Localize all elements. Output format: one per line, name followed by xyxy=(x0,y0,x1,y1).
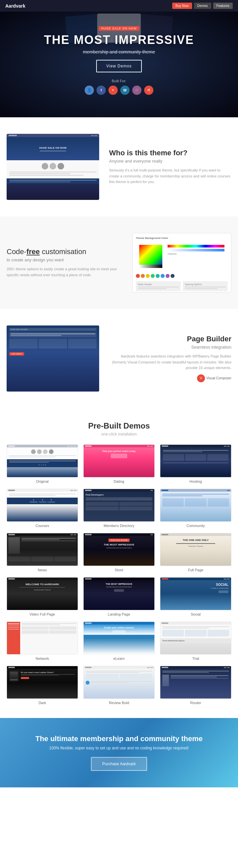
mini-logo xyxy=(161,622,168,624)
demo-item-social[interactable]: SOCIAL Create a community Social xyxy=(160,577,231,616)
code-suffix: customisation xyxy=(40,247,86,256)
demo-name-store: Store xyxy=(83,568,155,572)
demo-item-network[interactable]: Network xyxy=(7,621,78,660)
vc-logo-text: V xyxy=(200,376,202,380)
sale-badge: HUGE SALE ON NOW xyxy=(98,26,140,31)
mini-items xyxy=(70,490,77,491)
purchase-button[interactable]: Purchase Aardvark xyxy=(91,757,147,771)
mini-nav xyxy=(84,578,154,580)
mini-items xyxy=(224,446,230,447)
demo-thumb-reviewbold xyxy=(83,666,155,699)
mini-logo xyxy=(8,534,15,535)
mini-items xyxy=(147,446,153,447)
mini-item xyxy=(147,667,150,668)
mini-item xyxy=(224,579,227,580)
demo-item-dating[interactable]: Find your perfect match today Dating xyxy=(83,444,155,484)
code-description: 200+ theme options to easily create a gr… xyxy=(7,266,122,278)
demo-item-community[interactable]: Community xyxy=(160,489,231,528)
demo-item-members[interactable]: Find Developers Members Directory xyxy=(83,489,155,528)
demo-item-fullpage[interactable]: THE ONE AND ONLY Premium Theme Full Page xyxy=(160,533,231,572)
mini-items xyxy=(67,446,77,447)
mini-logo xyxy=(85,534,92,535)
pb-screenshot: HUGE SALE ON NOW VIEW DEMOS xyxy=(7,326,99,392)
demo-item-trial[interactable]: Theme Membership Options Trial xyxy=(160,621,231,660)
mini-logo xyxy=(85,667,92,668)
mini-nav xyxy=(7,489,78,492)
code-free-section: Code-free customisation to create any de… xyxy=(0,216,238,309)
buy-now-button[interactable]: Buy Now xyxy=(172,3,192,9)
mini-nav xyxy=(160,533,231,536)
site-logo: Aardvark xyxy=(5,3,26,8)
code-free-word: free xyxy=(26,247,40,256)
demo-thumb-store: HUGE SALE ON NOW THE MOST IMPRESSIVE mem… xyxy=(83,533,155,566)
vc-label: Visual Composer xyxy=(206,376,231,380)
mini-item xyxy=(227,667,230,668)
demo-item-news[interactable]: News xyxy=(7,533,78,572)
demo-name-elearn: eLearn xyxy=(83,656,155,660)
demo-item-landing[interactable]: THE MOST IMPRESSIVE membership and commu… xyxy=(83,577,155,616)
mini-nav xyxy=(160,445,231,447)
rt-icon: rt xyxy=(144,86,153,95)
demo-name-courses: Courses xyxy=(7,524,78,528)
built-for-icons: 👤 f K W 🛒 rt xyxy=(7,86,231,95)
demo-item-dark[interactable]: Do you need a new Leather Glove? Dark xyxy=(7,666,78,705)
built-for-section: Built For: 👤 f K W 🛒 rt xyxy=(7,79,231,95)
demo-name-social: Social xyxy=(160,612,231,616)
demo-name-landing: Landing Page xyxy=(83,612,155,616)
pb-text: Page Builder Seamless integration Aardva… xyxy=(109,335,231,382)
view-demos-button[interactable]: View Demos xyxy=(96,60,142,72)
mini-item xyxy=(74,446,77,447)
demo-item-router[interactable]: Router xyxy=(160,666,231,705)
demo-name-dating: Dating xyxy=(83,479,155,484)
demos-button[interactable]: Demos xyxy=(194,3,211,9)
mini-item xyxy=(150,534,153,535)
mini-nav xyxy=(7,666,78,669)
built-for-label: Built For: xyxy=(112,79,126,83)
mini-logo xyxy=(161,534,168,535)
demo-name-original: Original xyxy=(7,479,78,484)
hero-section: HUGE SALE ON NOW THE MOST IMPRESSIVE mem… xyxy=(0,11,238,117)
who-screenshot-inner: HUGE SALE ON NOW xyxy=(7,134,99,200)
code-free-text: Code-free customisation to create any de… xyxy=(7,247,122,278)
buddypress-icon: 👤 xyxy=(85,86,94,95)
mini-items xyxy=(227,490,230,491)
mini-logo xyxy=(8,667,15,668)
demo-item-store[interactable]: HUGE SALE ON NOW THE MOST IMPRESSIVE mem… xyxy=(83,533,155,572)
demo-item-videofull[interactable]: WELCOME TO AARDVARK Community Theme Vide… xyxy=(7,577,78,616)
wordpress-icon: W xyxy=(120,86,129,95)
demo-item-original[interactable]: 0 1 2 3 Original xyxy=(7,444,78,484)
demo-name-members: Members Directory xyxy=(83,524,155,528)
demo-item-reviewbold[interactable]: Review Bold xyxy=(83,666,155,705)
demos-subtitle: one-click installation xyxy=(7,432,231,436)
mini-nav xyxy=(84,533,154,536)
mini-nav xyxy=(160,666,231,669)
mini-item xyxy=(227,579,230,580)
mini-item xyxy=(224,667,227,668)
features-button[interactable]: Features xyxy=(213,3,233,9)
mini-items xyxy=(147,667,153,668)
demos-section: Pre-Built Demos one-click installation xyxy=(0,408,238,718)
demo-thumb-original: 0 1 2 3 xyxy=(7,444,78,477)
demo-item-courses[interactable]: 0 Students 3 Courses 5 Lessons C xyxy=(7,489,78,528)
mini-items xyxy=(150,534,153,535)
mini-nav xyxy=(84,445,154,447)
mini-nav xyxy=(7,578,78,580)
header-nav: Buy Now Demos Features xyxy=(172,3,233,9)
code-free-title: Code-free customisation xyxy=(7,247,122,256)
demo-thumb-community xyxy=(160,489,231,522)
mini-logo xyxy=(161,578,168,580)
code-prefix: Code- xyxy=(7,247,26,256)
demo-name-trial: Trial xyxy=(160,656,231,660)
mini-nav xyxy=(84,622,154,624)
mini-item xyxy=(150,446,153,447)
pb-description: Aardvark features seamless integration w… xyxy=(109,353,231,371)
demo-item-elearn[interactable]: Create your online courses eLearn xyxy=(83,621,155,660)
demo-item-hosting[interactable]: Hosting xyxy=(160,444,231,484)
demo-name-hosting: Hosting xyxy=(160,479,231,484)
mini-logo xyxy=(85,622,92,624)
mini-nav xyxy=(160,489,231,492)
who-subtitle: Anyone and everyone really xyxy=(109,159,231,163)
demo-thumb-members: Find Developers xyxy=(83,489,155,522)
who-description: Seriously it's a full multi-purpose them… xyxy=(109,167,231,185)
mini-item xyxy=(70,490,73,491)
